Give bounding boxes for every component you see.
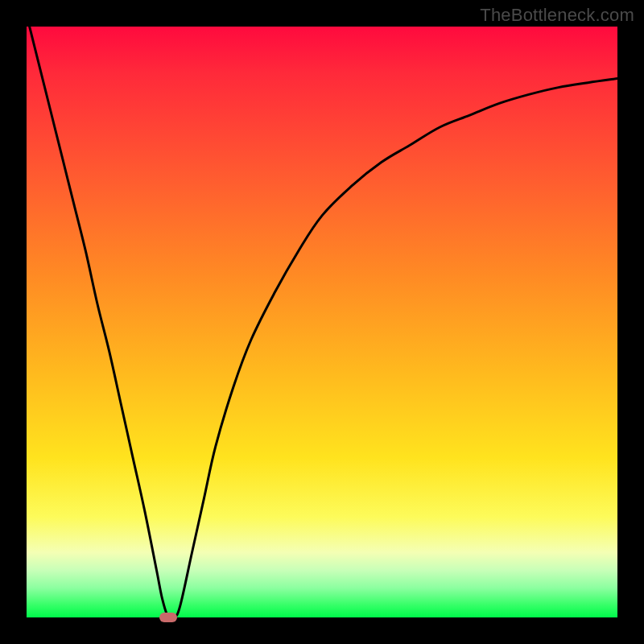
chart-svg <box>27 27 617 617</box>
optimal-point-marker <box>159 613 177 622</box>
watermark-text: TheBottleneck.com <box>480 5 634 26</box>
chart-frame: TheBottleneck.com <box>0 0 644 644</box>
bottleneck-curve <box>27 14 617 619</box>
